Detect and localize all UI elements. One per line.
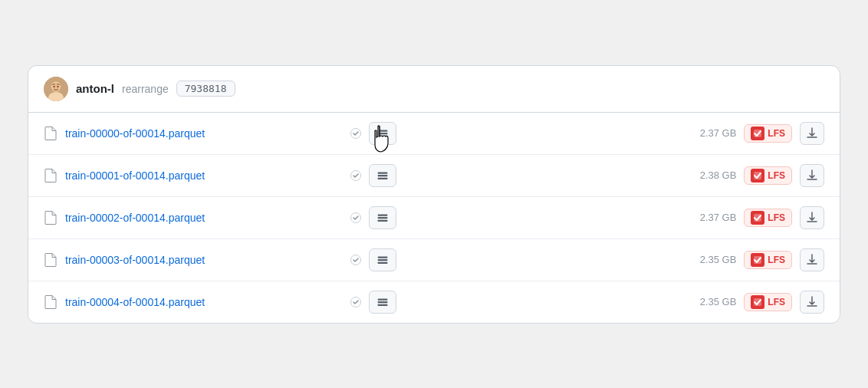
file-size-label: 2.37 GB <box>682 212 736 223</box>
download-icon <box>806 254 818 266</box>
download-icon <box>806 169 818 182</box>
file-icon <box>44 253 58 267</box>
svg-rect-13 <box>377 175 387 176</box>
lfs-badge[interactable]: LFS <box>744 209 792 227</box>
parquet-view-button[interactable] <box>369 164 396 187</box>
parquet-btn-wrapper <box>369 122 396 145</box>
svg-rect-14 <box>377 177 387 179</box>
lfs-label: LFS <box>768 255 785 265</box>
svg-rect-7 <box>377 130 387 131</box>
download-icon <box>806 296 818 308</box>
lfs-logo-icon <box>753 213 762 222</box>
layers-icon <box>376 169 390 182</box>
lfs-icon <box>751 295 764 309</box>
table-row: train-00000-of-00014.parquet 2.37 GB <box>28 113 840 155</box>
file-icon <box>44 211 58 225</box>
parquet-view-button[interactable] <box>369 248 396 271</box>
layers-icon <box>376 211 390 225</box>
avatar <box>44 77 68 101</box>
svg-rect-12 <box>377 172 387 173</box>
file-size-label: 2.38 GB <box>682 169 736 181</box>
file-name[interactable]: train-00000-of-00014.parquet <box>65 127 337 140</box>
check-icon <box>350 297 361 307</box>
table-row: train-00003-of-00014.parquet 2.35 GB <box>28 239 840 281</box>
svg-rect-23 <box>377 259 387 261</box>
layers-icon <box>376 253 390 267</box>
check-icon <box>350 212 361 223</box>
svg-rect-9 <box>377 135 387 136</box>
parquet-view-button[interactable] <box>369 122 396 145</box>
check-icon <box>350 255 361 265</box>
file-size-label: 2.35 GB <box>682 296 736 307</box>
parquet-btn-wrapper <box>369 164 396 187</box>
lfs-icon <box>751 211 764 225</box>
svg-rect-28 <box>377 301 387 303</box>
file-name[interactable]: train-00003-of-00014.parquet <box>65 254 337 266</box>
parquet-view-button[interactable] <box>369 291 396 314</box>
parquet-btn-wrapper <box>369 248 396 271</box>
download-button[interactable] <box>800 206 824 229</box>
lfs-badge[interactable]: LFS <box>744 293 792 311</box>
svg-point-5 <box>58 86 59 87</box>
svg-rect-29 <box>377 304 387 305</box>
file-icon <box>44 295 58 309</box>
svg-rect-24 <box>377 261 387 263</box>
download-icon <box>806 212 818 224</box>
parquet-view-button[interactable] <box>369 206 396 229</box>
lfs-logo-icon <box>753 255 762 265</box>
svg-rect-27 <box>377 298 387 300</box>
lfs-logo-icon <box>753 129 762 138</box>
lfs-label: LFS <box>768 128 785 139</box>
lfs-icon <box>751 127 764 140</box>
svg-rect-22 <box>377 256 387 258</box>
lfs-logo-icon <box>753 298 762 307</box>
file-name[interactable]: train-00004-of-00014.parquet <box>65 296 337 308</box>
lfs-badge[interactable]: LFS <box>744 124 792 143</box>
parquet-btn-wrapper <box>369 206 396 229</box>
download-icon <box>806 127 818 140</box>
download-button[interactable] <box>800 164 824 187</box>
branch-label: rearrange <box>122 83 169 95</box>
username-label: anton-l <box>76 82 114 95</box>
lfs-icon <box>751 253 764 267</box>
file-browser-card: anton-l rearrange 7938818 train-00000-of… <box>28 65 840 324</box>
check-icon <box>350 128 361 139</box>
file-icon <box>44 169 58 182</box>
svg-point-4 <box>54 86 55 87</box>
download-button[interactable] <box>800 248 824 271</box>
lfs-badge[interactable]: LFS <box>744 166 792 185</box>
svg-rect-18 <box>377 217 387 219</box>
lfs-label: LFS <box>768 170 785 181</box>
file-list: train-00000-of-00014.parquet 2.37 GB <box>28 113 840 323</box>
lfs-badge[interactable]: LFS <box>744 251 792 269</box>
file-name[interactable]: train-00002-of-00014.parquet <box>65 212 337 224</box>
file-size-label: 2.37 GB <box>682 127 736 139</box>
svg-rect-8 <box>377 133 387 134</box>
table-row: train-00002-of-00014.parquet 2.37 GB <box>28 197 840 239</box>
file-icon <box>44 127 58 140</box>
lfs-label: LFS <box>768 212 785 223</box>
table-row: train-00001-of-00014.parquet 2.38 GB <box>28 155 840 197</box>
file-name[interactable]: train-00001-of-00014.parquet <box>65 169 337 182</box>
download-button[interactable] <box>800 291 824 314</box>
file-size-label: 2.35 GB <box>682 254 736 265</box>
svg-rect-19 <box>377 219 387 221</box>
layers-icon <box>376 295 390 309</box>
svg-rect-17 <box>377 214 387 215</box>
check-icon <box>350 170 361 181</box>
lfs-icon <box>751 169 764 182</box>
table-row: train-00004-of-00014.parquet 2.35 GB <box>28 281 840 323</box>
lfs-logo-icon <box>753 171 762 180</box>
card-header: anton-l rearrange 7938818 <box>28 66 840 113</box>
parquet-btn-wrapper <box>369 291 396 314</box>
lfs-label: LFS <box>768 297 785 307</box>
download-button[interactable] <box>800 122 824 145</box>
layers-icon <box>376 127 390 140</box>
commit-hash-badge[interactable]: 7938818 <box>176 81 235 97</box>
